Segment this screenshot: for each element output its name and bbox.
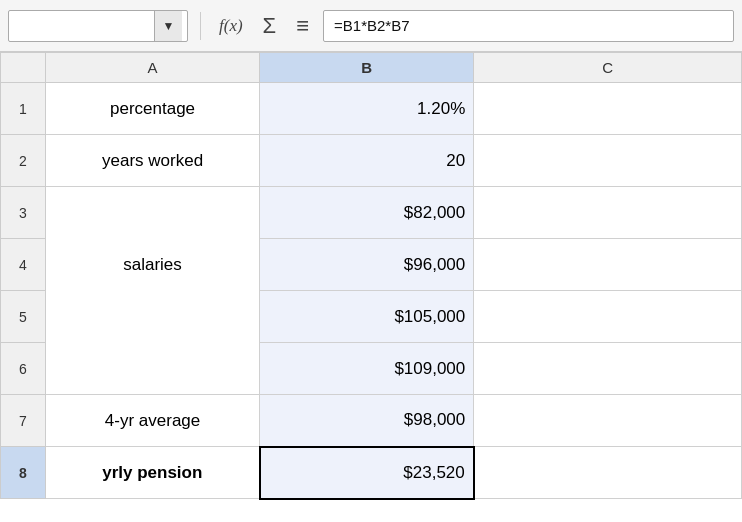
cell-a7[interactable]: 4-yr average [45, 395, 259, 447]
cell-a1[interactable]: percentage [45, 83, 259, 135]
cell-b8[interactable]: $23,520 [260, 447, 474, 499]
col-header-c[interactable]: C [474, 53, 742, 83]
cell-a3[interactable] [45, 187, 259, 239]
toolbar: B8 ▼ f(x) Σ ≡ =B1*B2*B7 [0, 0, 742, 52]
row-number: 6 [1, 343, 46, 395]
cell-c4[interactable] [474, 239, 742, 291]
separator-1 [200, 12, 201, 40]
table-row: 4salaries$96,000 [1, 239, 742, 291]
cell-reference-input[interactable]: B8 [9, 17, 154, 34]
cell-c5[interactable] [474, 291, 742, 343]
table-row: 8yrly pension$23,520 [1, 447, 742, 499]
cell-c1[interactable] [474, 83, 742, 135]
cell-b3[interactable]: $82,000 [260, 187, 474, 239]
table-row: 5$105,000 [1, 291, 742, 343]
row-number: 4 [1, 239, 46, 291]
row-number: 7 [1, 395, 46, 447]
column-headers: A B C [1, 53, 742, 83]
cell-c3[interactable] [474, 187, 742, 239]
row-number: 1 [1, 83, 46, 135]
col-header-b[interactable]: B [260, 53, 474, 83]
cell-reference-dropdown[interactable]: ▼ [154, 11, 182, 41]
cell-reference-box: B8 ▼ [8, 10, 188, 42]
cell-a6[interactable] [45, 343, 259, 395]
cell-b1[interactable]: 1.20% [260, 83, 474, 135]
row-number: 2 [1, 135, 46, 187]
cell-c6[interactable] [474, 343, 742, 395]
cell-c2[interactable] [474, 135, 742, 187]
table-row: 6$109,000 [1, 343, 742, 395]
row-number: 3 [1, 187, 46, 239]
cell-b4[interactable]: $96,000 [260, 239, 474, 291]
corner-header [1, 53, 46, 83]
spreadsheet: A B C 1percentage1.20%2years worked203$8… [0, 52, 742, 500]
row-number: 8 [1, 447, 46, 499]
cell-a4[interactable]: salaries [45, 239, 259, 291]
table-row: 74-yr average$98,000 [1, 395, 742, 447]
cell-c8[interactable] [474, 447, 742, 499]
cell-a8[interactable]: yrly pension [45, 447, 259, 499]
table-row: 1percentage1.20% [1, 83, 742, 135]
spreadsheet-body: 1percentage1.20%2years worked203$82,0004… [1, 83, 742, 499]
table-row: 2years worked20 [1, 135, 742, 187]
cell-a5[interactable] [45, 291, 259, 343]
cell-b5[interactable]: $105,000 [260, 291, 474, 343]
col-header-a[interactable]: A [45, 53, 259, 83]
sum-icon[interactable]: Σ [257, 9, 283, 43]
function-icon[interactable]: f(x) [213, 12, 249, 40]
row-number: 5 [1, 291, 46, 343]
cell-a2[interactable]: years worked [45, 135, 259, 187]
chevron-down-icon: ▼ [163, 19, 175, 33]
cell-c7[interactable] [474, 395, 742, 447]
cell-b7[interactable]: $98,000 [260, 395, 474, 447]
table-row: 3$82,000 [1, 187, 742, 239]
cell-b2[interactable]: 20 [260, 135, 474, 187]
formula-text: =B1*B2*B7 [334, 17, 409, 34]
formula-bar[interactable]: =B1*B2*B7 [323, 10, 734, 42]
equals-icon[interactable]: ≡ [290, 9, 315, 43]
cell-b6[interactable]: $109,000 [260, 343, 474, 395]
